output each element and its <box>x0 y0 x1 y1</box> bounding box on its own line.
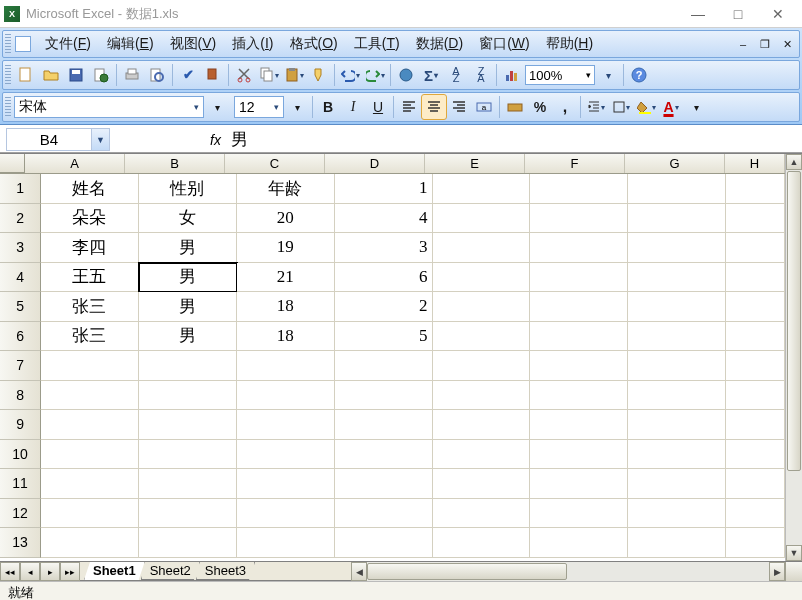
sheet-tab-sheet3[interactable]: Sheet3 <box>196 562 255 580</box>
scroll-up-button[interactable]: ▲ <box>786 154 802 170</box>
row-header-6[interactable]: 6 <box>0 322 41 352</box>
cell-H8[interactable] <box>726 381 785 411</box>
cell-H13[interactable] <box>726 528 785 558</box>
menu-e[interactable]: 编辑(E) <box>99 33 162 55</box>
row-header-10[interactable]: 10 <box>0 440 41 470</box>
cell-E3[interactable] <box>433 233 531 263</box>
cell-D11[interactable] <box>335 469 433 499</box>
column-header-F[interactable]: F <box>525 154 625 173</box>
cell-E5[interactable] <box>433 292 531 322</box>
cell-B10[interactable] <box>139 440 237 470</box>
cell-A8[interactable] <box>41 381 139 411</box>
cell-F9[interactable] <box>530 410 628 440</box>
autosum-icon[interactable]: Σ <box>419 63 443 87</box>
row-header-8[interactable]: 8 <box>0 381 41 411</box>
row-header-1[interactable]: 1 <box>0 174 41 204</box>
grid[interactable]: ABCDEFGH 1姓名性别年龄12朵朵女2043李四男1934王五男2165张… <box>0 154 785 561</box>
cell-D12[interactable] <box>335 499 433 529</box>
mdi-minimize-button[interactable]: – <box>734 36 752 52</box>
cell-G4[interactable] <box>628 263 726 293</box>
cell-E6[interactable] <box>433 322 531 352</box>
cell-B1[interactable]: 性别 <box>139 174 237 204</box>
cell-B13[interactable] <box>139 528 237 558</box>
cell-H1[interactable] <box>726 174 785 204</box>
cell-E11[interactable] <box>433 469 531 499</box>
row-header-9[interactable]: 9 <box>0 410 41 440</box>
cell-D2[interactable]: 4 <box>335 204 433 234</box>
open-icon[interactable] <box>39 63 63 87</box>
cell-D8[interactable] <box>335 381 433 411</box>
merge-center-icon[interactable]: a <box>472 95 496 119</box>
cell-G12[interactable] <box>628 499 726 529</box>
cell-B7[interactable] <box>139 351 237 381</box>
cell-C8[interactable] <box>237 381 335 411</box>
cell-A11[interactable] <box>41 469 139 499</box>
cell-A3[interactable]: 李四 <box>41 233 139 263</box>
font-name-combo[interactable]: 宋体▾ <box>14 96 204 118</box>
cell-G10[interactable] <box>628 440 726 470</box>
toolbar-options-icon[interactable]: ▾ <box>596 63 620 87</box>
research-icon[interactable] <box>201 63 225 87</box>
column-header-E[interactable]: E <box>425 154 525 173</box>
comma-icon[interactable]: , <box>553 95 577 119</box>
cell-C9[interactable] <box>237 410 335 440</box>
row-header-11[interactable]: 11 <box>0 469 41 499</box>
window-maximize-button[interactable]: □ <box>718 2 758 26</box>
cell-E8[interactable] <box>433 381 531 411</box>
row-header-13[interactable]: 13 <box>0 528 41 558</box>
cell-H4[interactable] <box>726 263 785 293</box>
fx-label[interactable]: fx <box>210 132 221 148</box>
cell-G1[interactable] <box>628 174 726 204</box>
sheet-tab-sheet2[interactable]: Sheet2 <box>141 562 200 580</box>
menu-t[interactable]: 工具(T) <box>346 33 408 55</box>
column-header-G[interactable]: G <box>625 154 725 173</box>
size-dropdown-button[interactable]: ▾ <box>285 95 309 119</box>
tab-nav-last-button[interactable]: ▸▸ <box>60 562 80 581</box>
print-icon[interactable] <box>120 63 144 87</box>
cell-D3[interactable]: 3 <box>335 233 433 263</box>
cell-D7[interactable] <box>335 351 433 381</box>
cell-E12[interactable] <box>433 499 531 529</box>
cell-F1[interactable] <box>530 174 628 204</box>
cell-A6[interactable]: 张三 <box>41 322 139 352</box>
tab-nav-first-button[interactable]: ◂◂ <box>0 562 20 581</box>
cell-G5[interactable] <box>628 292 726 322</box>
cell-E1[interactable] <box>433 174 531 204</box>
cell-C5[interactable]: 18 <box>237 292 335 322</box>
horizontal-scrollbar[interactable]: ◀ ▶ <box>351 562 785 581</box>
cell-C13[interactable] <box>237 528 335 558</box>
cell-A10[interactable] <box>41 440 139 470</box>
cell-D4[interactable]: 6 <box>335 263 433 293</box>
fmtbar-grip[interactable] <box>5 97 11 117</box>
cell-H5[interactable] <box>726 292 785 322</box>
column-header-C[interactable]: C <box>225 154 325 173</box>
cell-C2[interactable]: 20 <box>237 204 335 234</box>
cell-D6[interactable]: 5 <box>335 322 433 352</box>
cell-G9[interactable] <box>628 410 726 440</box>
cell-F12[interactable] <box>530 499 628 529</box>
cell-B8[interactable] <box>139 381 237 411</box>
borders-icon[interactable] <box>609 95 633 119</box>
cell-F11[interactable] <box>530 469 628 499</box>
help-icon[interactable]: ? <box>627 63 651 87</box>
cell-G6[interactable] <box>628 322 726 352</box>
formula-value[interactable]: 男 <box>231 128 248 151</box>
paste-icon[interactable] <box>282 63 306 87</box>
sort-asc-icon[interactable]: AZ <box>444 63 468 87</box>
redo-icon[interactable] <box>363 63 387 87</box>
hyperlink-icon[interactable] <box>394 63 418 87</box>
hscroll-thumb[interactable] <box>367 563 567 580</box>
row-header-4[interactable]: 4 <box>0 263 41 293</box>
cell-E13[interactable] <box>433 528 531 558</box>
menu-o[interactable]: 格式(O) <box>282 33 346 55</box>
cell-G2[interactable] <box>628 204 726 234</box>
cell-H12[interactable] <box>726 499 785 529</box>
row-header-12[interactable]: 12 <box>0 499 41 529</box>
cell-B2[interactable]: 女 <box>139 204 237 234</box>
menu-w[interactable]: 窗口(W) <box>471 33 538 55</box>
name-box[interactable]: B4 ▼ <box>6 128 110 151</box>
permissions-icon[interactable] <box>89 63 113 87</box>
cell-H7[interactable] <box>726 351 785 381</box>
cell-F6[interactable] <box>530 322 628 352</box>
column-header-A[interactable]: A <box>25 154 125 173</box>
